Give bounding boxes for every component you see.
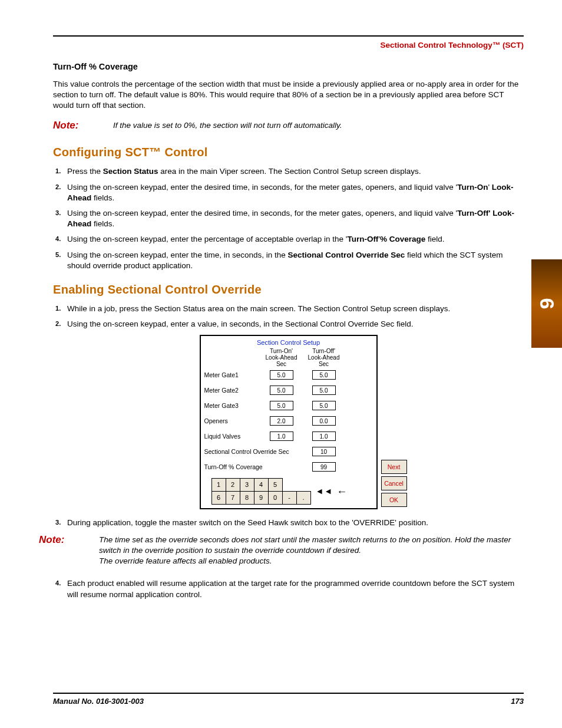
ok-button[interactable]: OK	[381, 493, 407, 507]
panel-buttons: Next Cancel OK	[381, 460, 407, 507]
rewind-icon[interactable]: ◄◄	[316, 486, 333, 497]
note-1: Note: If the value is set to 0%, the sec…	[53, 119, 524, 133]
key-7[interactable]: 7	[226, 492, 240, 505]
step-2: Using the on-screen keypad, enter the de…	[53, 182, 524, 203]
coverage-val[interactable]: 99	[312, 462, 336, 472]
chapter-tab: 9	[531, 259, 562, 348]
openers-on[interactable]: 2.0	[270, 416, 293, 426]
col-turn-off: Turn-Off' Look-Ahead Sec	[303, 348, 345, 367]
col-turn-on: Turn-On' Look-Ahead Sec	[260, 348, 303, 367]
note-label-2: Note:	[39, 533, 85, 547]
section-control-setup-panel: Section Control Setup Turn-On' Look-Ahea…	[200, 335, 378, 510]
mg2-off[interactable]: 5.0	[312, 386, 336, 395]
note-body-2: The time set as the override seconds doe…	[99, 533, 524, 567]
cancel-button[interactable]: Cancel	[381, 476, 407, 490]
page-header: Sectional Control Technology™ (SCT)	[53, 40, 524, 51]
mg2-on[interactable]: 5.0	[270, 386, 293, 395]
override-val[interactable]: 10	[312, 447, 336, 456]
mg3-off[interactable]: 5.0	[312, 401, 336, 410]
key-1[interactable]: 1	[211, 479, 226, 492]
mg3-on[interactable]: 5.0	[270, 401, 293, 410]
enabling-steps: While in a job, press the Section Status…	[53, 304, 524, 600]
row-override: Sectional Control Override Sec 10	[204, 444, 373, 459]
openers-off[interactable]: 0.0	[312, 416, 336, 426]
mg1-on[interactable]: 5.0	[270, 370, 293, 380]
step-1: Press the Section Status area in the mai…	[53, 166, 524, 177]
key-2[interactable]: 2	[226, 479, 240, 492]
note-body: If the value is set to 0%, the section w…	[113, 119, 524, 131]
key-3[interactable]: 3	[240, 479, 254, 492]
row-meter-gate2: Meter Gate2 5.0 5.0	[204, 383, 373, 398]
configuring-sct-heading: Configuring SCT™ Control	[53, 144, 524, 160]
enabling-override-heading: Enabling Sectional Control Override	[53, 282, 524, 298]
estep-1: While in a job, press the Section Status…	[53, 304, 524, 314]
row-liquid-valves: Liquid Valves 1.0 1.0	[204, 429, 373, 444]
key-8[interactable]: 8	[240, 492, 254, 505]
configuring-steps: Press the Section Status area in the mai…	[53, 166, 524, 271]
chapter-number: 9	[533, 298, 560, 309]
note-2: Note: The time set as the override secon…	[39, 533, 524, 567]
key-5[interactable]: 5	[268, 479, 282, 492]
row-meter-gate1: Meter Gate1 5.0 5.0	[204, 367, 373, 383]
estep-3: During application, toggle the master sw…	[53, 518, 524, 528]
turn-off-coverage-heading: Turn-Off % Coverage	[53, 61, 524, 73]
keypad: 1 2 3 4 5 6 7 8 9 0 - .	[204, 478, 373, 505]
key-6[interactable]: 6	[211, 492, 226, 505]
mg1-off[interactable]: 5.0	[312, 370, 336, 380]
key-dot[interactable]: .	[296, 492, 310, 505]
row-openers: Openers 2.0 0.0	[204, 413, 373, 429]
bottom-rule	[53, 693, 524, 694]
panel-title: Section Control Setup	[204, 338, 373, 347]
manual-number: Manual No. 016-3001-003	[53, 696, 144, 707]
next-button[interactable]: Next	[381, 460, 407, 474]
key-0[interactable]: 0	[268, 492, 282, 505]
key-9[interactable]: 9	[254, 492, 268, 505]
panel-wrap: Section Control Setup Turn-On' Look-Ahea…	[53, 335, 524, 510]
step-5: Using the on-screen keypad, enter the ti…	[53, 250, 524, 271]
note-label: Note:	[53, 119, 99, 133]
row-coverage: Turn-Off % Coverage 99	[204, 459, 373, 475]
step-4: Using the on-screen keypad, enter the pe…	[53, 234, 524, 245]
backspace-icon[interactable]: ←	[336, 485, 347, 499]
page-footer: Manual No. 016-3001-003 173	[53, 696, 524, 707]
row-meter-gate3: Meter Gate3 5.0 5.0	[204, 398, 373, 413]
key-4[interactable]: 4	[254, 479, 268, 492]
turn-off-coverage-para: This value controls the percentage of th…	[53, 79, 524, 111]
step-3: Using the on-screen keypad, enter the de…	[53, 208, 524, 229]
lv-on[interactable]: 1.0	[270, 431, 293, 441]
estep-2: Using the on-screen keypad, enter a valu…	[53, 319, 524, 330]
key-dash[interactable]: -	[282, 492, 296, 505]
panel-col-heads: Turn-On' Look-Ahead Sec Turn-Off' Look-A…	[204, 348, 373, 367]
page-number: 173	[511, 696, 524, 707]
lv-off[interactable]: 1.0	[312, 431, 336, 441]
estep-4: Each product enabled will resume applica…	[53, 578, 524, 599]
top-rule	[53, 35, 524, 37]
